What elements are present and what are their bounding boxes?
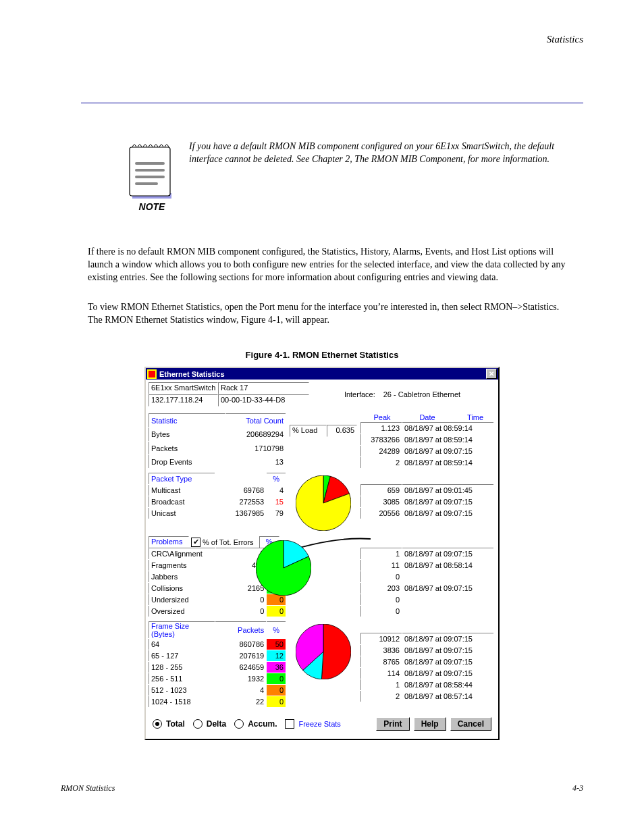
- main-stats-table: Statistic Total Count Bytes206689294 Pac…: [149, 413, 286, 469]
- freeze-stats-label: Freeze Stats: [298, 720, 340, 728]
- packet-type-table: Packet Type % Multicast697684 Broadcast2…: [149, 473, 286, 519]
- note-block: NOTE If you have a default RMON MIB comp…: [128, 140, 570, 212]
- device-mac: 00-00-1D-33-44-D8: [218, 394, 309, 407]
- title-bar[interactable]: Ethernet Statistics ✕: [146, 368, 498, 380]
- device-name: 6E1xx SmartSwitch: [149, 382, 218, 394]
- notepad-icon: NOTE: [128, 140, 176, 212]
- body-paragraph-1: If there is no default RMON MIB componen…: [88, 246, 570, 284]
- device-header: 6E1xx SmartSwitch Rack 17 Interface: 26 …: [149, 382, 495, 407]
- cancel-button[interactable]: Cancel: [450, 717, 491, 731]
- footer-page-number: 4-3: [572, 783, 583, 793]
- radio-total[interactable]: [153, 719, 162, 729]
- packet-type-peak-table: 65908/18/97 at 09:01:45 308508/18/97 at …: [360, 484, 494, 519]
- radio-accum[interactable]: [234, 719, 244, 729]
- figure-caption: Figure 4-1. RMON Ethernet Statistics: [0, 350, 644, 360]
- peak-column-headers: PeakDateTime: [363, 413, 494, 421]
- app-icon: [147, 369, 157, 379]
- frame-size-table: Frame Size (Bytes) Packets % 64860786506…: [149, 621, 286, 708]
- pct-of-tot-errors-checkbox[interactable]: ✔: [191, 538, 200, 547]
- device-rack: Rack 17: [218, 382, 309, 394]
- running-head-right: Statistics: [0, 34, 583, 45]
- body-paragraph-2: To view RMON Ethernet Statistics, open t…: [88, 301, 570, 327]
- device-ip: 132.177.118.24: [149, 394, 218, 407]
- note-label: NOTE: [128, 201, 176, 212]
- bottom-controls: Total Delta Accum. Freeze Stats Print He…: [149, 714, 495, 733]
- problems-peak-table: 108/18/97 at 09:07:151108/18/97 at 08:58…: [360, 548, 494, 617]
- note-text: If you have a default RMON MIB component…: [189, 140, 570, 166]
- radio-accum-label: Accum.: [248, 719, 277, 729]
- close-button[interactable]: ✕: [486, 369, 497, 379]
- packet-type-pie-chart: [296, 475, 351, 531]
- problems-pie-chart: [256, 540, 311, 596]
- window-title: Ethernet Statistics: [159, 370, 225, 378]
- main-peak-table: 1.12308/18/97 at 08:59:14 378326608/18/9…: [360, 422, 494, 469]
- col-total-count: Total Count: [226, 414, 286, 427]
- problems-header: Problems: [149, 536, 189, 548]
- svg-rect-7: [149, 371, 155, 377]
- radio-delta-label: Delta: [207, 719, 226, 729]
- pct-of-tot-errors-label: % of Tot. Errors: [203, 538, 254, 546]
- header-rule: [81, 103, 583, 103]
- footer-left: RMON Statistics: [61, 783, 115, 793]
- freeze-stats-checkbox[interactable]: [285, 719, 294, 729]
- col-statistic: Statistic: [149, 414, 226, 427]
- ethernet-statistics-window: Ethernet Statistics ✕ 6E1xx SmartSwitch …: [144, 367, 500, 740]
- radio-delta[interactable]: [193, 719, 203, 729]
- radio-total-label: Total: [166, 719, 185, 729]
- close-icon: ✕: [489, 370, 494, 377]
- frame-size-peak-table: 1091208/18/97 at 09:07:15383608/18/97 at…: [360, 633, 494, 702]
- frame-size-pie-chart: [296, 624, 351, 679]
- interface-display: Interface: 26 - Cabletron Ethernet: [309, 382, 495, 407]
- percent-load: % Load 0.635: [290, 425, 357, 437]
- help-button[interactable]: Help: [414, 717, 446, 731]
- print-button[interactable]: Print: [376, 717, 409, 731]
